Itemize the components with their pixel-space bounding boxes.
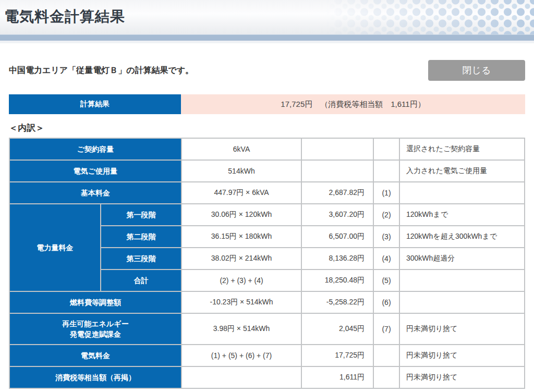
row-calc [181, 366, 301, 388]
row-label-line1: 再生可能エネルギー [10, 318, 181, 329]
row-amount: 2,687.82円 [301, 182, 373, 204]
row-amount: 3,607.20円 [301, 204, 373, 226]
row-calc: -10.23円 × 514kWh [181, 291, 301, 313]
row-amount: -5,258.22円 [301, 291, 373, 313]
row-calc: 514kWh [181, 160, 301, 182]
row-group-label: 電力量料金 [9, 204, 101, 291]
row-index [373, 138, 399, 160]
calculation-result-message: 中国電力エリア「従量電灯Ｂ」の計算結果です。 [9, 65, 193, 76]
main-content: 中国電力エリア「従量電灯Ｂ」の計算結果です。 閉じる 計算結果 17,725円 … [0, 59, 534, 389]
row-calc: 38.02円 × 214kWh [181, 248, 301, 270]
table-row: 消費税等相当額（再掲） 1,611円 円未満切り捨て [9, 366, 525, 388]
row-index: (7) [373, 313, 399, 345]
row-note: 円未満切り捨て [399, 313, 525, 345]
result-value-cell: 17,725円 （消費税等相当額 1,611円） [181, 94, 525, 114]
row-label: 再生可能エネルギー 発電促進賦課金 [9, 313, 181, 345]
row-label: 電気ご使用量 [9, 160, 181, 182]
row-calc: 36.15円 × 180kWh [181, 226, 301, 248]
table-row: 燃料費等調整額 -10.23円 × 514kWh -5,258.22円 (6) [9, 291, 525, 313]
row-index: (1) [373, 182, 399, 204]
row-index [373, 345, 399, 366]
row-note: 円未満切り捨て [399, 366, 525, 388]
row-index: (5) [373, 270, 399, 291]
row-calc: 6kVA [181, 138, 301, 160]
row-note [399, 270, 525, 291]
row-label: 燃料費等調整額 [9, 291, 181, 313]
page-header: 電気料金計算結果 [0, 0, 534, 34]
message-row: 中国電力エリア「従量電灯Ｂ」の計算結果です。 閉じる [9, 59, 525, 81]
row-note: 選択されたご契約容量 [399, 138, 525, 160]
row-amount: 18,250.48円 [301, 270, 373, 291]
row-index: (3) [373, 226, 399, 248]
table-row: 電力量料金 第一段階 30.06円 × 120kWh 3,607.20円 (2)… [9, 204, 525, 226]
result-label-cell: 計算結果 [9, 94, 181, 114]
row-note: 入力された電気ご使用量 [399, 160, 525, 182]
row-label: ご契約容量 [9, 138, 181, 160]
row-sub-label: 第三段階 [101, 248, 181, 270]
table-row: 再生可能エネルギー 発電促進賦課金 3.98円 × 514kWh 2,045円 … [9, 313, 525, 345]
row-calc: 30.06円 × 120kWh [181, 204, 301, 226]
breakdown-table: ご契約容量 6kVA 選択されたご契約容量 電気ご使用量 514kWh 入力され… [9, 138, 525, 389]
row-index [373, 366, 399, 388]
row-amount: 17,725円 [301, 345, 373, 366]
row-amount: 2,045円 [301, 313, 373, 345]
row-note: 300kWh超過分 [399, 248, 525, 270]
table-row: 基本料金 447.97円 × 6kVA 2,687.82円 (1) [9, 182, 525, 204]
row-label: 消費税等相当額（再掲） [9, 366, 181, 388]
header-accent-bar [0, 34, 534, 41]
row-amount: 6,507.00円 [301, 226, 373, 248]
row-amount: 8,136.28円 [301, 248, 373, 270]
row-index [373, 160, 399, 182]
row-label: 基本料金 [9, 182, 181, 204]
calculation-result-strip: 計算結果 17,725円 （消費税等相当額 1,611円） [9, 94, 525, 114]
row-amount [301, 138, 373, 160]
row-note: 円未満切り捨て [399, 345, 525, 366]
row-index: (6) [373, 291, 399, 313]
row-label-line2: 発電促進賦課金 [10, 329, 181, 339]
row-index: (4) [373, 248, 399, 270]
row-label: 電気料金 [9, 345, 181, 366]
table-row: 電気ご使用量 514kWh 入力された電気ご使用量 [9, 160, 525, 182]
row-note: 120kWhを超え300kWhまで [399, 226, 525, 248]
row-note: 120kWhまで [399, 204, 525, 226]
row-calc: (1) + (5) + (6) + (7) [181, 345, 301, 366]
row-amount [301, 160, 373, 182]
row-note [399, 182, 525, 204]
row-sub-label: 第一段階 [101, 204, 181, 226]
page-title: 電気料金計算結果 [0, 0, 534, 27]
row-note [399, 291, 525, 313]
row-calc: (2) + (3) + (4) [181, 270, 301, 291]
row-sub-label: 第二段階 [101, 226, 181, 248]
header-accent-bar-light [0, 41, 534, 43]
breakdown-heading: ＜内訳＞ [9, 122, 525, 134]
row-amount: 1,611円 [301, 366, 373, 388]
row-calc: 447.97円 × 6kVA [181, 182, 301, 204]
row-index: (2) [373, 204, 399, 226]
table-row: ご契約容量 6kVA 選択されたご契約容量 [9, 138, 525, 160]
table-row: 電気料金 (1) + (5) + (6) + (7) 17,725円 円未満切り… [9, 345, 525, 366]
row-sub-label: 合計 [101, 270, 181, 291]
row-calc: 3.98円 × 514kWh [181, 313, 301, 345]
close-button[interactable]: 閉じる [428, 60, 525, 81]
